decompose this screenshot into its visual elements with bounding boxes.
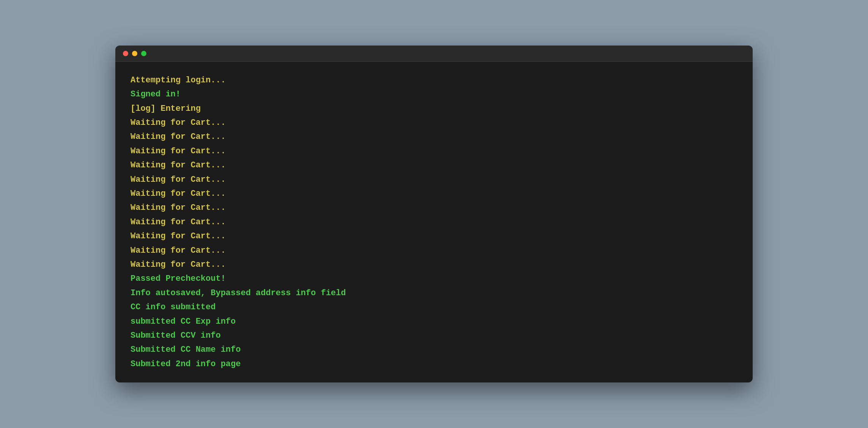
terminal-line: Submitted CCV info xyxy=(131,329,737,343)
terminal-line: Waiting for Cart... xyxy=(131,215,737,229)
terminal-window: Attempting login...Signed in![log] Enter… xyxy=(115,46,753,382)
terminal-line: Attempting login... xyxy=(131,73,737,87)
minimize-button[interactable] xyxy=(132,51,137,56)
terminal-line: Waiting for Cart... xyxy=(131,244,737,258)
close-button[interactable] xyxy=(123,51,128,56)
terminal-line: Waiting for Cart... xyxy=(131,158,737,172)
maximize-button[interactable] xyxy=(141,51,146,56)
terminal-line: Waiting for Cart... xyxy=(131,130,737,144)
terminal-body: Attempting login...Signed in![log] Enter… xyxy=(115,62,753,382)
terminal-line: submitted CC Exp info xyxy=(131,315,737,329)
terminal-line: Waiting for Cart... xyxy=(131,201,737,215)
terminal-line: Signed in! xyxy=(131,87,737,101)
terminal-line: Waiting for Cart... xyxy=(131,258,737,272)
terminal-line: Info autosaved, Bypassed address info fi… xyxy=(131,286,737,300)
terminal-line: Passed Precheckout! xyxy=(131,272,737,286)
terminal-line: Waiting for Cart... xyxy=(131,187,737,201)
title-bar xyxy=(115,46,753,62)
terminal-line: CC info submitted xyxy=(131,300,737,314)
terminal-line: Submited 2nd info page xyxy=(131,357,737,371)
terminal-line: Submitted CC Name info xyxy=(131,343,737,357)
terminal-line: Waiting for Cart... xyxy=(131,116,737,130)
terminal-line: Waiting for Cart... xyxy=(131,144,737,158)
terminal-line: Waiting for Cart... xyxy=(131,229,737,243)
terminal-line: Waiting for Cart... xyxy=(131,173,737,187)
terminal-line: [log] Entering xyxy=(131,102,737,116)
